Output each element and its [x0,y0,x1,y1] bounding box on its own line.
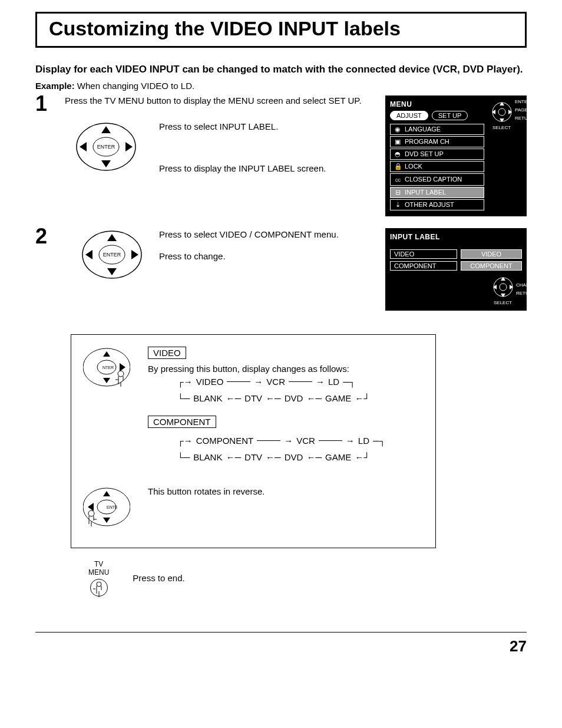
component-label-box: COMPONENT [148,416,216,428]
svg-marker-5 [125,142,133,151]
osd-menu-title: MENU [390,100,484,108]
svg-point-7 [498,108,505,116]
svg-point-37 [97,582,101,587]
step1-press-select: Press to select INPUT LABEL. [159,120,373,133]
osd-item-other: ⇣OTHER ADJUST [390,199,484,210]
svg-marker-27 [103,351,110,357]
osd-tab-adjust: ADJUST [390,111,428,120]
osd2-dpad-icon: CHANGE RETURN SELECT [491,275,523,307]
osd-item-program: ▣PROGRAM CH [390,136,484,147]
osd2-title: INPUT LABEL [390,233,522,241]
svg-text:ENTER: ENTER [103,252,121,258]
example-label: Example: [35,81,75,91]
page-title: Customizing the VIDEO INPUT labels [49,17,401,39]
step-1-text: Press the TV MENU button to display the … [65,95,373,106]
intro-text: Display for each VIDEO INPUT can be chan… [35,62,527,77]
step2-press-select: Press to select VIDEO / COMPONENT menu. [159,228,373,241]
title-box: Customizing the VIDEO INPUT labels [35,12,527,48]
enter-label: ENTER [97,144,115,150]
page-number: 27 [35,637,527,655]
svg-point-20 [500,284,507,291]
example-line: Example: When changing VIDEO to LD. [35,81,527,91]
svg-marker-3 [101,160,111,167]
osd2-row-video: VIDEO VIDEO [390,249,522,259]
svg-marker-29 [120,363,125,371]
tv-menu-button-icon: TV MENU [88,560,109,597]
svg-point-30 [118,371,124,377]
svg-marker-16 [107,268,117,275]
dpad-icon: ENTER [77,228,147,281]
svg-marker-2 [101,126,111,133]
input-label-osd: INPUT LABEL VIDEO VIDEO COMPONENT COMPON… [385,228,527,311]
svg-marker-4 [80,142,87,151]
menu-osd: MENU ADJUST SET UP ◉LANGUAGE ▣PROGRAM CH… [385,95,527,216]
osd-item-inputlabel: ⊟INPUT LABEL [390,187,484,198]
osd-item-language: ◉LANGUAGE [390,124,484,135]
svg-marker-35 [88,503,94,511]
osd-item-dvd: ◓DVD SET UP [390,149,484,160]
reverse-text: This button rotates in reverse. [148,486,412,496]
svg-marker-17 [85,250,92,259]
end-row: TV MENU Press to end. [88,560,527,597]
step-number-1: 1 [35,93,65,114]
step2-press-change: Press to change. [159,250,373,262]
step-1: 1 Press the TV MENU button to display th… [35,95,373,114]
svg-marker-15 [107,234,117,241]
svg-marker-28 [103,378,110,383]
osd-tab-setup: SET UP [432,111,468,120]
example-text: When changing VIDEO to LD. [75,81,194,91]
dpad-right-icon: NTER [83,347,130,390]
page: Customizing the VIDEO INPUT labels Displ… [0,0,562,679]
cycle-box: NTER VIDEO By pressing this button, disp… [71,334,436,548]
step-number-2: 2 [35,226,65,281]
svg-marker-34 [103,518,110,523]
svg-marker-18 [131,250,138,259]
svg-text:ENTE: ENTE [107,505,118,509]
osd-item-cc: ㏄CLOSED CAPTION [390,173,484,186]
component-cycle-diagram: ┌→ COMPONENT → VCR → LD ─┐ └─ BLANK ←─ D… [148,433,412,466]
dpad-left-icon: ENTE [83,486,130,530]
video-cycle-intro: By pressing this button, display changes… [148,364,412,374]
video-cycle-diagram: ┌→ VIDEO → VCR → LD ─┐ └─ BLANK ←─ DTV ←… [148,374,412,407]
osd-dpad-icon: ENTER PAGE RETURN SELECT [490,100,522,132]
press-end-text: Press to end. [133,573,184,583]
osd-item-lock: 🔒LOCK [390,161,484,172]
svg-text:NTER: NTER [103,365,114,370]
osd2-row-component: COMPONENT COMPONENT [390,261,522,271]
svg-marker-33 [103,491,110,496]
footer-rule [35,632,527,633]
dpad-icon: ENTER [71,120,141,173]
video-label-box: VIDEO [148,347,186,359]
step1-press-display: Press to display the INPUT LABEL screen. [159,162,373,174]
svg-point-36 [88,510,94,516]
